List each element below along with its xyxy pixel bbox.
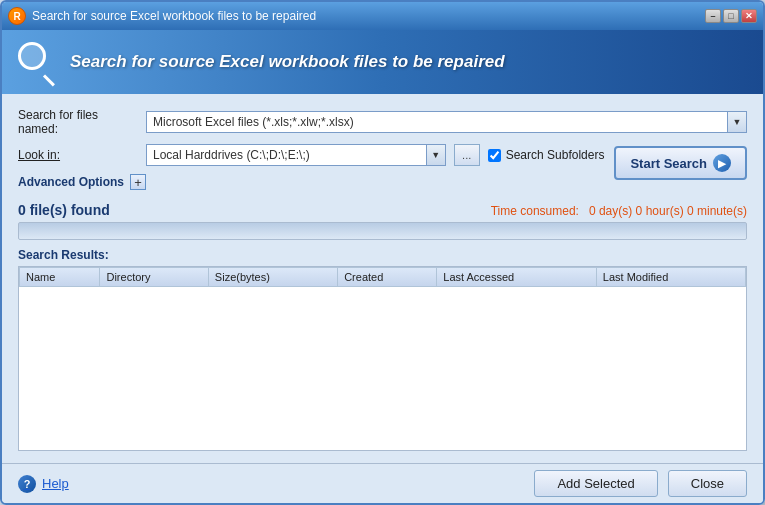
subfolders-wrapper: Search Subfolders: [488, 148, 605, 162]
browse-button[interactable]: ...: [454, 144, 480, 166]
lookin-row: Look in: ▼ ... Search Subfolders: [18, 144, 604, 166]
results-section-label: Search Results:: [18, 248, 747, 262]
search-files-label: Search for files named:: [18, 108, 138, 136]
results-table: Name Directory Size(bytes) Created Last …: [19, 267, 746, 287]
subfolders-checkbox[interactable]: [488, 149, 501, 162]
col-directory: Directory: [100, 268, 208, 287]
start-search-button[interactable]: Start Search ▶: [614, 146, 747, 180]
content-area: Search for files named: ▼ Look in: ▼ ...: [2, 94, 763, 463]
help-link[interactable]: ? Help: [18, 475, 69, 493]
maximize-button[interactable]: □: [723, 9, 739, 23]
help-label: Help: [42, 476, 69, 491]
search-files-input[interactable]: [146, 111, 727, 133]
files-found-section: 0 file(s) found Time consumed: 0 day(s) …: [18, 202, 747, 240]
files-found-row: 0 file(s) found Time consumed: 0 day(s) …: [18, 202, 747, 218]
title-bar-left: R Search for source Excel workbook files…: [8, 7, 316, 25]
title-bar-controls: – □ ✕: [705, 9, 757, 23]
close-window-button[interactable]: ✕: [741, 9, 757, 23]
lookin-label: Look in:: [18, 148, 138, 162]
close-button[interactable]: Close: [668, 470, 747, 497]
lookin-combo: ▼: [146, 144, 446, 166]
search-files-combo: ▼: [146, 111, 747, 133]
time-consumed-prefix: Time consumed:: [491, 204, 579, 218]
title-bar: R Search for source Excel workbook files…: [2, 2, 763, 30]
results-section: Search Results: Name Directory Size(byte…: [18, 248, 747, 451]
col-created: Created: [338, 268, 437, 287]
header-title: Search for source Excel workbook files t…: [70, 52, 505, 72]
files-found-label: 0 file(s) found: [18, 202, 110, 218]
search-header-icon: [18, 42, 58, 82]
lookin-section: Look in: ▼ ... Search Subfolders Advance…: [18, 144, 604, 190]
help-icon: ?: [18, 475, 36, 493]
search-files-dropdown-btn[interactable]: ▼: [727, 111, 747, 133]
progress-bar: [18, 222, 747, 240]
app-icon: R: [8, 7, 26, 25]
lookin-dropdown-btn[interactable]: ▼: [426, 144, 446, 166]
col-last-accessed: Last Accessed: [437, 268, 597, 287]
add-selected-button[interactable]: Add Selected: [534, 470, 657, 497]
advanced-options-row: Advanced Options +: [18, 174, 604, 190]
lookin-input[interactable]: [146, 144, 426, 166]
window-title: Search for source Excel workbook files t…: [32, 9, 316, 23]
bottom-bar: ? Help Add Selected Close: [2, 463, 763, 503]
start-search-arrow-icon: ▶: [713, 154, 731, 172]
results-table-header: Name Directory Size(bytes) Created Last …: [20, 268, 746, 287]
time-consumed-value: 0 day(s) 0 hour(s) 0 minute(s): [589, 204, 747, 218]
col-size: Size(bytes): [208, 268, 337, 287]
time-consumed: Time consumed: 0 day(s) 0 hour(s) 0 minu…: [491, 204, 747, 218]
header-band: Search for source Excel workbook files t…: [2, 30, 763, 94]
bottom-buttons: Add Selected Close: [534, 470, 747, 497]
results-header-row: Name Directory Size(bytes) Created Last …: [20, 268, 746, 287]
advanced-options-label[interactable]: Advanced Options: [18, 175, 124, 189]
col-last-modified: Last Modified: [596, 268, 745, 287]
advanced-options-toggle[interactable]: +: [130, 174, 146, 190]
lookin-and-search: Look in: ▼ ... Search Subfolders Advance…: [18, 144, 747, 190]
subfolders-label[interactable]: Search Subfolders: [506, 148, 605, 162]
col-name: Name: [20, 268, 100, 287]
minimize-button[interactable]: –: [705, 9, 721, 23]
main-window: R Search for source Excel workbook files…: [0, 0, 765, 505]
start-search-label: Start Search: [630, 156, 707, 171]
search-files-row: Search for files named: ▼: [18, 108, 747, 136]
results-table-wrapper[interactable]: Name Directory Size(bytes) Created Last …: [18, 266, 747, 451]
